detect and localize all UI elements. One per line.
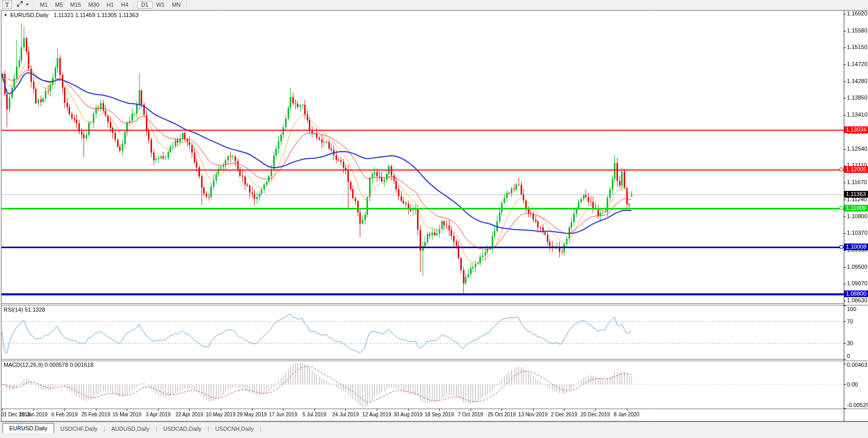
chart-menu-caret-icon[interactable]: ▼ bbox=[4, 13, 8, 18]
toolbar-separator bbox=[33, 2, 34, 8]
toolbar-separator bbox=[187, 2, 188, 8]
symbol-tab-bar: EURUSD,DailyUSDCHF,Daily|AUDUSD,Daily|US… bbox=[0, 421, 868, 433]
mt4-window: T M1M5M15M30H1H4D1W1MN ▼ EURUSD,Daily 1.… bbox=[0, 0, 868, 438]
price-chart-canvas[interactable] bbox=[0, 0, 868, 438]
timeframe-h4-button[interactable]: H4 bbox=[118, 1, 132, 8]
timeframe-group: M1M5M15M30H1H4D1W1MN bbox=[36, 1, 189, 9]
timeframe-m5-button[interactable]: M5 bbox=[52, 1, 66, 8]
tab-audusd[interactable]: AUDUSD,Daily bbox=[105, 424, 156, 433]
toolbar-separator bbox=[134, 2, 135, 8]
timeframe-w1-button[interactable]: W1 bbox=[153, 1, 169, 8]
tab-usdcnh[interactable]: USDCNH,Daily bbox=[209, 424, 260, 433]
window-bottom-edge bbox=[0, 433, 868, 438]
dropdown-caret-icon[interactable] bbox=[26, 4, 29, 6]
timeframe-m1-button[interactable]: M1 bbox=[36, 1, 51, 8]
tab-usdcad[interactable]: USDCAD,Daily bbox=[157, 424, 208, 433]
top-toolbar: T M1M5M15M30H1H4D1W1MN bbox=[0, 0, 868, 10]
timeframe-d1-button[interactable]: D1 bbox=[137, 1, 153, 9]
timeframe-m15-button[interactable]: M15 bbox=[66, 1, 85, 8]
timeframe-mn-button[interactable]: MN bbox=[168, 1, 184, 8]
timeframe-m30-button[interactable]: M30 bbox=[85, 1, 103, 8]
tab-eurusd[interactable]: EURUSD,Daily bbox=[3, 423, 54, 433]
arrows-tool-button[interactable] bbox=[14, 1, 31, 8]
arrows-icon bbox=[16, 1, 24, 9]
tab-usdchf[interactable]: USDCHF,Daily bbox=[54, 424, 104, 433]
tab-separator: | bbox=[260, 424, 261, 433]
timeframe-h1-button[interactable]: H1 bbox=[103, 1, 118, 8]
text-tool-button[interactable]: T bbox=[2, 1, 12, 9]
